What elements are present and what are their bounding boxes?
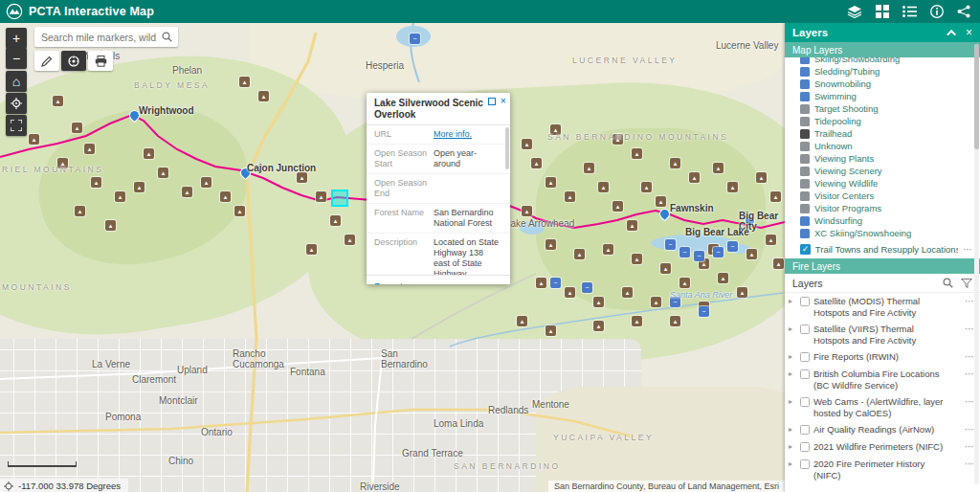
layer-filter-icon[interactable] — [961, 279, 972, 288]
poi-marker-icon[interactable]: ▴ — [565, 191, 575, 202]
fire-layer-item[interactable]: ▸All-time Fire Perimeter History (NIFC)⋯ — [785, 483, 980, 486]
recreation-marker-icon[interactable]: ~ — [713, 247, 724, 257]
poi-marker-icon[interactable]: ▴ — [670, 316, 680, 326]
poi-marker-icon[interactable]: ▴ — [670, 158, 680, 168]
poi-marker-icon[interactable]: ▴ — [660, 263, 671, 274]
poi-marker-icon[interactable]: ▴ — [134, 182, 145, 192]
expand-caret-icon[interactable]: ▸ — [789, 296, 796, 307]
popup-scrollbar[interactable] — [505, 127, 509, 169]
map-layer-item[interactable]: Visitor Programs — [800, 202, 980, 214]
poi-marker-icon[interactable]: ▴ — [91, 177, 101, 188]
poi-marker-icon[interactable]: ▴ — [727, 182, 738, 192]
fire-layer-checkbox[interactable] — [800, 297, 810, 306]
map-layer-item[interactable]: Swimming — [800, 90, 980, 102]
poi-marker-icon[interactable]: ▴ — [53, 96, 63, 106]
zoom-to-link[interactable]: Zoom to — [374, 280, 408, 284]
trail-towns-menu-icon[interactable]: ⋯ — [963, 244, 972, 255]
expand-caret-icon[interactable]: ▸ — [789, 324, 796, 335]
poi-marker-icon[interactable]: ▴ — [546, 325, 556, 336]
map-layer-item[interactable]: Snowmobiling — [800, 78, 980, 90]
my-location-button[interactable] — [6, 93, 27, 114]
poi-marker-icon[interactable]: ▴ — [158, 168, 168, 178]
map-layer-item[interactable]: Windsurfing — [800, 214, 980, 227]
fire-layer-menu-icon[interactable]: ⋯ — [965, 424, 974, 435]
search-input[interactable] — [34, 32, 160, 43]
expand-caret-icon[interactable]: ▸ — [789, 369, 796, 380]
map-layer-item[interactable]: XC Skiing/Snowshoeing — [800, 227, 980, 239]
fire-layer-item[interactable]: ▸Web Cams - (AlertWildfire, layer hosted… — [785, 393, 980, 421]
recreation-marker-icon[interactable]: ~ — [582, 282, 592, 293]
recreation-marker-icon[interactable]: ~ — [550, 278, 561, 288]
recreation-marker-icon[interactable]: ~ — [699, 306, 709, 317]
poi-marker-icon[interactable]: ▴ — [258, 91, 269, 101]
popup-actions-icon[interactable]: ⋯ — [492, 280, 502, 284]
poi-marker-icon[interactable]: ▴ — [632, 254, 642, 264]
situational-awareness-button[interactable] — [61, 51, 86, 71]
poi-marker-icon[interactable]: ▴ — [770, 191, 781, 202]
panel-close-icon[interactable]: × — [966, 27, 972, 38]
poi-marker-icon[interactable]: ▴ — [72, 123, 82, 133]
poi-marker-icon[interactable]: ▴ — [737, 287, 747, 298]
default-extent-button[interactable] — [6, 115, 27, 136]
poi-marker-icon[interactable]: ▴ — [565, 287, 575, 298]
fire-layer-menu-icon[interactable]: ⋯ — [965, 441, 974, 452]
expand-caret-icon[interactable]: ▸ — [789, 351, 796, 363]
fire-layer-menu-icon[interactable]: ⋯ — [965, 458, 974, 469]
poi-marker-icon[interactable]: ▴ — [75, 206, 85, 216]
fire-layer-checkbox[interactable] — [800, 459, 810, 469]
poi-marker-icon[interactable]: ▴ — [593, 321, 604, 331]
fire-layer-checkbox[interactable] — [800, 352, 810, 362]
recreation-marker-icon[interactable]: ~ — [665, 239, 676, 250]
poi-marker-icon[interactable]: ▴ — [115, 191, 125, 202]
fire-layer-item[interactable]: ▸British Columbia Fire Locations (BC Wil… — [785, 366, 980, 393]
poi-marker-icon[interactable]: ▴ — [522, 139, 532, 149]
poi-marker-icon[interactable]: ▴ — [234, 206, 245, 216]
poi-marker-icon[interactable]: ▴ — [679, 278, 690, 288]
home-button[interactable]: ⌂ — [6, 71, 27, 92]
fire-layer-item[interactable]: ▸Satellite (MODIS) Thermal Hotspots and … — [785, 293, 980, 321]
draw-tool-button[interactable] — [34, 51, 59, 71]
more-info-link[interactable]: More info. — [434, 129, 501, 140]
poi-marker-icon[interactable]: ▴ — [306, 244, 317, 255]
poi-marker-icon[interactable]: ▴ — [522, 206, 532, 216]
fire-layer-item[interactable]: ▸2021 Wildfire Perimeters (NIFC)⋯ — [785, 438, 980, 456]
poi-marker-icon[interactable]: ▴ — [531, 158, 542, 168]
popup-close-icon[interactable]: × — [501, 97, 506, 105]
poi-marker-icon[interactable]: ▴ — [29, 134, 39, 145]
zoom-in-button[interactable]: + — [6, 28, 27, 49]
zoom-out-button[interactable]: − — [6, 48, 27, 69]
map-layer-item[interactable]: Viewing Scenery — [800, 165, 980, 177]
poi-marker-icon[interactable]: ▴ — [622, 287, 633, 298]
recreation-marker-icon[interactable]: ~ — [679, 247, 690, 257]
expand-caret-icon[interactable]: ▸ — [789, 458, 796, 470]
info-icon[interactable] — [930, 5, 944, 18]
layer-search-icon[interactable] — [943, 278, 953, 288]
poi-marker-icon[interactable]: ▴ — [239, 77, 250, 87]
expand-caret-icon[interactable]: ▸ — [789, 396, 796, 408]
coordinates-icon[interactable] — [4, 481, 13, 491]
fire-layer-menu-icon[interactable]: ⋯ — [965, 369, 974, 379]
expand-caret-icon[interactable]: ▸ — [789, 441, 796, 453]
panel-scrollbar-thumb[interactable] — [974, 44, 979, 149]
map-layer-item[interactable]: Sledding/Tubing — [800, 65, 980, 78]
poi-marker-icon[interactable]: ▴ — [330, 215, 341, 226]
poi-marker-icon[interactable]: ▴ — [632, 316, 642, 326]
poi-marker-icon[interactable]: ▴ — [718, 273, 728, 283]
popup-header[interactable]: Lake Silverwood Scenic Overlook × — [367, 93, 510, 125]
fire-layer-menu-icon[interactable]: ⋯ — [965, 351, 974, 362]
poi-marker-icon[interactable]: ▴ — [297, 172, 307, 183]
map-layer-item[interactable]: Viewing Plants — [800, 152, 980, 165]
map-layer-item[interactable]: Viewing Wildlife — [800, 177, 980, 190]
fire-layer-checkbox[interactable] — [800, 425, 810, 435]
poi-marker-icon[interactable]: ▴ — [656, 196, 666, 207]
fire-layer-checkbox[interactable] — [800, 442, 810, 452]
trail-towns-checkbox[interactable]: ✓ — [800, 244, 811, 255]
map-layer-item[interactable]: Unknown — [800, 140, 980, 152]
fire-layer-item[interactable]: ▸2020 Fire Perimeter History (NIFC)⋯ — [785, 456, 980, 483]
poi-marker-icon[interactable]: ▴ — [105, 220, 116, 231]
fire-layer-item[interactable]: ▸Air Quality Readings (AirNow)⋯ — [785, 421, 980, 438]
poi-marker-icon[interactable]: ▴ — [546, 239, 556, 250]
panel-collapse-icon[interactable] — [947, 29, 956, 38]
map-layer-item[interactable]: Skiing/Snowboarding — [800, 57, 980, 65]
poi-marker-icon[interactable]: ▴ — [632, 148, 642, 159]
